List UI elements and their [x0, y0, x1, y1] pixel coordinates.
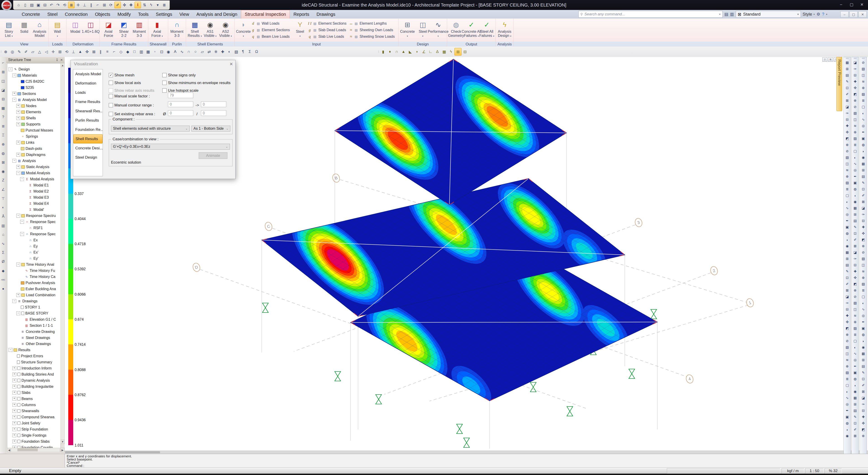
- tree-item-dash-pots[interactable]: Dash-pots: [7, 146, 61, 152]
- tree-expander[interactable]: −: [20, 220, 24, 224]
- command-line[interactable]: Enter x and y coordinates for displaceme…: [65, 454, 868, 467]
- right-tool-icon-1-17[interactable]: ◫: [844, 161, 850, 167]
- right-tool-icon-3-52[interactable]: ✐: [860, 382, 866, 388]
- tree-item-modal-e4[interactable]: ΣModal E4: [7, 200, 61, 207]
- tree-item-nodes[interactable]: +Nodes: [7, 103, 61, 109]
- show-signs-only-checkbox[interactable]: [162, 73, 166, 77]
- component-dropdown[interactable]: Shell elements solved with structure⌄: [111, 126, 190, 131]
- tree-expander[interactable]: −: [12, 299, 16, 303]
- tree-expander[interactable]: +: [12, 372, 16, 376]
- draw-tool-icon-34[interactable]: ◐: [226, 48, 233, 55]
- right-tool-icon-2-5[interactable]: ✜: [852, 85, 858, 91]
- tree-expander[interactable]: +: [16, 104, 20, 108]
- corner-icon[interactable]: ⌐: [95, 2, 101, 8]
- tree-expander[interactable]: +: [16, 116, 20, 120]
- style-button[interactable]: Style▾: [803, 12, 815, 17]
- right-tool-icon-3-12[interactable]: ✒: [860, 129, 866, 135]
- draw-tool-icon-4[interactable]: ✐: [23, 48, 29, 55]
- tree-item-ey-[interactable]: ∩Ey': [7, 255, 61, 261]
- left-strip-icon-25[interactable]: ABC: [0, 275, 6, 284]
- right-tool-icon-2-46[interactable]: ◐: [852, 344, 858, 350]
- tree-item-materials[interactable]: −Materials: [7, 72, 61, 78]
- right-tool-icon-2-24[interactable]: ▦: [852, 205, 858, 211]
- object-tool-icon-5[interactable]: ◣: [407, 48, 414, 55]
- right-tool-icon-3-37[interactable]: ≣: [860, 287, 866, 293]
- tree-expander[interactable]: −: [16, 171, 20, 175]
- tree-item-story-1[interactable]: STORY 1: [7, 304, 61, 310]
- right-tool-icon-3-29[interactable]: ◩: [860, 236, 866, 243]
- support-symbol[interactable]: [629, 369, 635, 379]
- toolbar-grip[interactable]: ⁞: [0, 48, 2, 56]
- tree-item-ey[interactable]: ∩Ey: [7, 243, 61, 249]
- draw-tool-icon-17[interactable]: ⌐: [111, 48, 118, 55]
- right-tool-icon-3-57[interactable]: ✚: [860, 414, 866, 420]
- contour-range-min-input[interactable]: 0: [168, 101, 193, 107]
- draw-tool-icon-38[interactable]: Ω: [253, 48, 260, 55]
- right-tool-icon-1-54[interactable]: ∿: [844, 395, 850, 401]
- right-tool-icon-2-3[interactable]: ⊟: [852, 72, 858, 78]
- manual-contour-range-checkbox[interactable]: [109, 103, 113, 107]
- right-tool-icon-2-45[interactable]: ▢: [852, 338, 858, 344]
- tree-item-elevation-g1-c[interactable]: ▥Elevation G1 / C: [7, 316, 61, 322]
- left-strip-icon-21[interactable]: ∿: [0, 239, 6, 248]
- right-tool-icon-1-40[interactable]: ⊟: [844, 306, 850, 313]
- tree-expander[interactable]: −: [16, 214, 20, 218]
- left-strip-icon-14[interactable]: Z: [0, 176, 6, 185]
- left-strip-icon-18[interactable]: Å: [0, 212, 6, 221]
- show-mesh-checkbox[interactable]: ✓: [109, 73, 113, 77]
- check-geometry-button[interactable]: ◍CheckGeometry: [448, 20, 463, 38]
- draw-tool-icon-19[interactable]: ◆: [124, 48, 131, 55]
- concrete-input-button[interactable]: ◗Concrete ▾: [236, 20, 251, 38]
- tree-item-concrete-drawing[interactable]: ≣Concrete Drawing: [7, 328, 61, 335]
- draw-tool-icon-11[interactable]: ⊥: [70, 48, 77, 55]
- right-tool-icon-2-19[interactable]: ✒: [852, 173, 858, 180]
- tree-item-modal-e1[interactable]: ΣModal E1: [7, 182, 61, 188]
- left-strip-icon-12[interactable]: ⊠: [0, 158, 6, 167]
- right-tool-icon-2-37[interactable]: ⊗: [852, 287, 858, 293]
- right-tool-icon-3-31[interactable]: ⊘: [860, 249, 866, 256]
- tree-item-diaphragms[interactable]: +Diaphragms: [7, 152, 61, 158]
- right-tool-icon-1-45[interactable]: ⊘: [844, 338, 850, 344]
- move-icon[interactable]: ✛: [75, 2, 81, 8]
- report-preview-tab[interactable]: Report Preview: [836, 57, 842, 111]
- tree-vscrollbar[interactable]: [61, 67, 65, 440]
- chevron-down-icon[interactable]: ▾: [719, 13, 720, 16]
- draw-tool-icon-31[interactable]: ⇄: [206, 48, 213, 55]
- as2-visible-button[interactable]: ◉AS2Visible ▾: [218, 20, 233, 38]
- right-tool-icon-2-40[interactable]: ◫: [852, 306, 858, 313]
- right-tool-icon-1-12[interactable]: ✜: [844, 129, 850, 135]
- right-tool-icon-1-48[interactable]: ≋: [844, 357, 850, 363]
- left-strip-icon-17[interactable]: ◐: [0, 203, 6, 212]
- layer-list-icon[interactable]: ≣: [68, 2, 74, 8]
- dialog-nav-shearwall-res-[interactable]: Shearwall Res...: [73, 106, 103, 116]
- tree-item-static-analysis[interactable]: +Static Analysis: [7, 164, 61, 170]
- support-symbol[interactable]: [651, 309, 657, 319]
- right-tool-icon-3-23[interactable]: ⊠: [860, 199, 866, 205]
- tree-expander[interactable]: +: [12, 379, 16, 382]
- right-tool-icon-3-33[interactable]: ◫: [860, 262, 866, 268]
- right-tool-icon-3-35[interactable]: ⊕: [860, 275, 866, 281]
- chevron-down-icon[interactable]: ▾: [826, 13, 827, 16]
- right-tool-icon-1-1[interactable]: ▦: [844, 59, 850, 66]
- right-tool-icon-2-7[interactable]: ⊗: [852, 97, 858, 104]
- tree-item-strip-foundation[interactable]: +Strip Foundation: [7, 426, 61, 432]
- right-tool-icon-3-60[interactable]: ⊗: [860, 433, 866, 439]
- right-tool-icon-1-19[interactable]: ⊕: [844, 173, 850, 180]
- section-ibeam-icon[interactable]: I: [134, 2, 141, 8]
- right-tool-icon-3-22[interactable]: ✐: [860, 192, 866, 199]
- pin-icon[interactable]: ↧: [56, 58, 59, 62]
- right-tool-icon-2-50[interactable]: ▣: [852, 370, 858, 376]
- draw-tool-icon-30[interactable]: ▱: [199, 48, 206, 55]
- tree-item-response-spec[interactable]: −∩Response Spec: [7, 231, 61, 237]
- set-existing-rebar-checkbox[interactable]: [109, 112, 113, 116]
- case-combination-dropdown[interactable]: G'+Q'+Ey-0.3Ex+0.3Ez⌄: [111, 144, 230, 150]
- right-tool-icon-2-51[interactable]: ◍: [852, 376, 858, 382]
- tree-expander[interactable]: +: [16, 293, 20, 297]
- draw-tool-icon-14[interactable]: ⊠: [90, 48, 97, 55]
- right-tool-icon-1-8[interactable]: ◪: [844, 104, 850, 110]
- tree-expander[interactable]: +: [12, 415, 16, 419]
- tree-item-analysis[interactable]: −▤Analysis: [7, 158, 61, 164]
- right-tool-icon-3-32[interactable]: ▧: [860, 256, 866, 262]
- right-tool-icon-2-8[interactable]: ⊘: [852, 104, 858, 110]
- right-tool-icon-3-6[interactable]: ▨: [860, 91, 866, 97]
